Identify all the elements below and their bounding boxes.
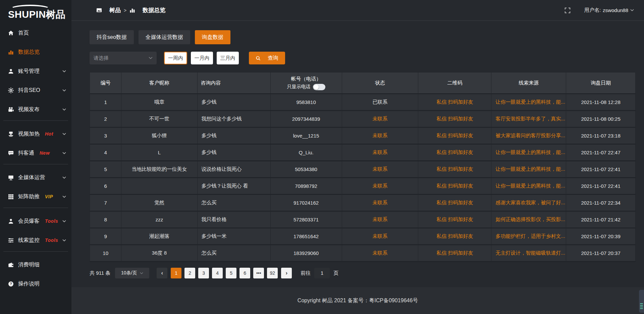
cell-content: 多少钱 (197, 127, 270, 144)
grid-icon (8, 194, 14, 200)
sidebar-item-clue-monitor[interactable]: 线索监控 Tools (0, 232, 71, 248)
cell-content: 多少钱 (197, 144, 270, 161)
sidebar-item-video-heat[interactable]: 视频加热 Hot (0, 126, 71, 142)
sidebar-item-douyin-seo[interactable]: 抖音SEO (0, 82, 71, 98)
fullscreen-icon[interactable] (565, 7, 571, 13)
cell-source-link[interactable]: 感谢大家喜欢我家，被问了好... (491, 195, 566, 211)
cell-content: 怎么买 (197, 245, 270, 262)
cell-account: 70898792 (270, 178, 342, 195)
chat-icon (8, 150, 14, 156)
table-row: 4 L 多少钱 Q_Liu. 未联系 私信 扫码加好友 让你一眼就爱上的黑科技，… (90, 144, 636, 161)
chevron-down-icon (62, 108, 66, 111)
period-button[interactable]: 三月内 (217, 52, 239, 64)
cell-qrcode-link[interactable]: 私信 扫码加好友 (418, 94, 491, 111)
widget-stripe (640, 307, 643, 307)
cell-qrcode-link[interactable]: 私信 扫码加好友 (418, 111, 491, 127)
table-row: 8 zzz 我只看价格 572803371 未联系 私信 扫码加好友 如何正确选… (90, 211, 636, 228)
table-body: 1 哦章 多少钱 9583810 已联系 私信 扫码加好友 让你一眼就爱上的黑科… (90, 94, 636, 262)
page-size-select[interactable]: 10条/页 (115, 268, 149, 278)
cell-qrcode-link[interactable]: 私信 扫码加好友 (418, 228, 491, 245)
cell-account: love__1215 (270, 127, 342, 144)
sidebar-item-member-leads[interactable]: 会员爆客 Tools (0, 213, 71, 229)
cell-nickname: 36度 8 (121, 245, 197, 262)
logo: SHUPIN树品 (0, 3, 71, 25)
sidebar-divider (3, 164, 68, 164)
sidebar-item-consumption-detail[interactable]: 消费明细 (0, 257, 71, 273)
cell-no: 10 (90, 245, 121, 262)
cell-date: 2021-11-07 22:41 (566, 178, 636, 195)
cell-qrcode-link[interactable]: 私信 扫码加好友 (418, 127, 491, 144)
select-placeholder: 请选择 (94, 55, 109, 61)
cell-status: 未联系 (342, 245, 418, 262)
tools-badge: Tools (45, 238, 58, 243)
header-no: 编号 (90, 72, 121, 94)
sidebar-item-instructions[interactable]: ? 操作说明 (0, 276, 71, 292)
cell-qrcode-link[interactable]: 私信 扫码加好友 (418, 178, 491, 195)
cell-source-link[interactable]: 客厅安装投影半年多了，真实... (491, 111, 566, 127)
page-button[interactable]: 3 (198, 268, 209, 278)
next-page-button[interactable]: › (281, 268, 292, 278)
floating-widget[interactable] (639, 290, 644, 313)
cell-no: 8 (90, 211, 121, 228)
page-button[interactable]: 92 (267, 268, 278, 278)
cell-date: 2021-11-07 21:42 (566, 211, 636, 228)
page-button[interactable]: 2 (184, 268, 195, 278)
breadcrumb-root[interactable]: 树品 (109, 6, 121, 14)
prev-page-button[interactable]: ‹ (157, 268, 167, 278)
cell-source-link[interactable]: 无主灯设计，智能磁吸轨道灯... (491, 245, 566, 262)
page-button[interactable]: ••• (253, 268, 264, 278)
sidebar-item-omni-media[interactable]: 全媒体运营 (0, 169, 71, 186)
sidebar-item-matrix-boost[interactable]: 矩阵助推 VIP (0, 189, 71, 205)
bar-chart-icon (8, 49, 14, 55)
cell-content: 多少钱？让我死心 看 (197, 178, 270, 195)
cell-source-link[interactable]: 让你一眼就爱上的黑科技，能... (491, 94, 566, 111)
period-button[interactable]: 一月内 (191, 52, 213, 64)
page-button[interactable]: 4 (212, 268, 223, 278)
cell-source-link[interactable]: 让你一眼就爱上的黑科技，能... (491, 144, 566, 161)
sidebar-item-label: 抖客通 (18, 150, 34, 157)
tab-inquiry-data[interactable]: 询盘数据 (195, 30, 230, 44)
cell-source-link[interactable]: 如何正确选择投影仪，买投影... (491, 211, 566, 228)
user-menu[interactable]: 用户名: zswodun88 (584, 7, 634, 13)
cell-content: 我想问这个多少钱 (197, 111, 270, 127)
goto-page: 前往 页 (301, 268, 338, 278)
cell-qrcode-link[interactable]: 私信 扫码加好友 (418, 245, 491, 262)
chevron-down-icon (62, 176, 66, 179)
cell-qrcode-link[interactable]: 私信 扫码加好友 (418, 144, 491, 161)
logo-arc (10, 5, 50, 13)
tab-omni-media-data[interactable]: 全媒体运营数据 (139, 30, 190, 44)
query-button[interactable]: 查询 (249, 52, 285, 64)
page-button[interactable]: 1 (171, 268, 181, 278)
cell-nickname: 觉然 (121, 195, 197, 211)
chevron-down-icon (149, 57, 153, 59)
cell-account: 183929060 (270, 245, 342, 262)
account-select[interactable]: 请选择 (90, 52, 157, 64)
cell-source-link[interactable]: 被大家追着问的客厅投影分享... (491, 127, 566, 144)
home-icon (8, 30, 14, 36)
chevron-down-icon (62, 220, 66, 222)
cell-source-link[interactable]: 让你一眼就爱上的黑科技，能... (491, 178, 566, 195)
chevron-down-icon (140, 272, 143, 274)
chevron-down-icon (62, 196, 66, 198)
cell-date: 2021-11-07 23:18 (566, 127, 636, 144)
cell-account: Q_Liu. (270, 144, 342, 161)
cell-qrcode-link[interactable]: 私信 扫码加好友 (418, 161, 491, 178)
sidebar-item-data-overview[interactable]: 数据总览 (0, 44, 71, 60)
cell-source-link[interactable]: 让你一眼就爱上的黑科技，能... (491, 161, 566, 178)
footer: Copyright 树品 2021 备案号：粤ICP备09019646号 (71, 287, 644, 314)
cell-account: 9583810 (270, 94, 342, 111)
tab-douyin-seo-data[interactable]: 抖音seo数据 (90, 30, 134, 44)
cell-qrcode-link[interactable]: 私信 扫码加好友 (418, 211, 491, 228)
goto-page-input[interactable] (314, 268, 330, 278)
page-button[interactable]: 6 (239, 268, 250, 278)
page-button[interactable]: 5 (226, 268, 236, 278)
cell-source-link[interactable]: 多功能护栏灯，适用于乡村文... (491, 228, 566, 245)
phone-only-toggle[interactable] (313, 84, 325, 90)
sidebar-item-account-mgmt[interactable]: 账号管理 (0, 63, 71, 79)
sidebar-item-home[interactable]: 首页 (0, 25, 71, 41)
period-button[interactable]: 一周内 (164, 52, 187, 64)
sidebar-item-douketong[interactable]: 抖客通 New (0, 145, 71, 161)
cell-nickname: L (121, 144, 197, 161)
sidebar-item-video-publish[interactable]: 视频发布 (0, 101, 71, 117)
cell-qrcode-link[interactable]: 私信 扫码加好友 (418, 195, 491, 211)
